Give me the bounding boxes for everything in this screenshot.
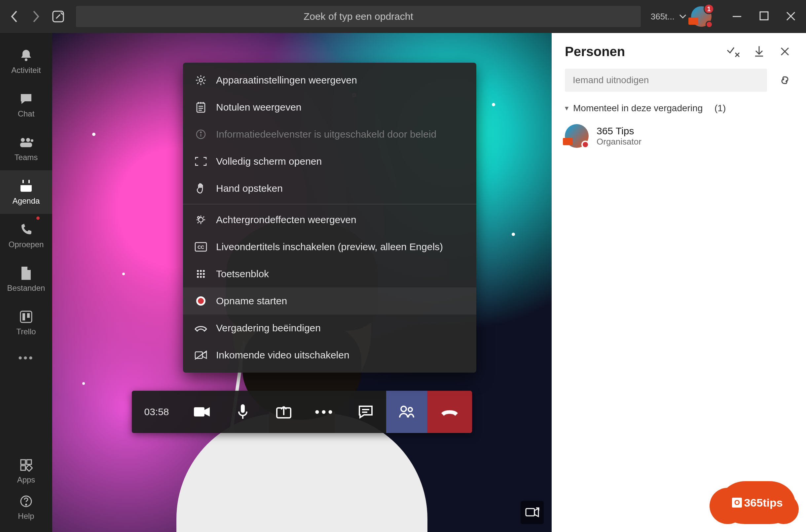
meeting-controls: 03:58 ••• <box>132 391 472 433</box>
rail-calls[interactable]: Oproepen <box>0 214 52 258</box>
svg-point-62 <box>203 276 205 278</box>
rail-chat[interactable]: Chat <box>0 83 52 127</box>
svg-point-55 <box>200 270 202 272</box>
rail-trello[interactable]: Trello <box>0 301 52 345</box>
camera-toggle[interactable] <box>181 391 222 433</box>
svg-rect-20 <box>21 466 25 470</box>
presence-indicator <box>581 140 589 149</box>
svg-point-8 <box>26 138 30 142</box>
download-attendance-button[interactable] <box>751 43 767 59</box>
search-bar[interactable]: Zoek of typ een opdracht <box>76 6 641 27</box>
rail-apps[interactable]: Apps <box>0 453 52 489</box>
menu-device-settings[interactable]: Apparaatinstellingen weergeven <box>183 66 476 94</box>
maximize-button[interactable] <box>759 11 769 22</box>
rail-more[interactable]: ••• <box>0 345 52 371</box>
more-actions-menu: Apparaatinstellingen weergeven Notulen w… <box>183 63 476 373</box>
svg-line-51 <box>203 216 204 217</box>
mute-all-button[interactable] <box>726 43 741 59</box>
apps-icon <box>18 457 34 473</box>
fullscreen-icon <box>194 155 207 168</box>
rail-label: Help <box>18 512 34 521</box>
rail-agenda[interactable]: Agenda <box>0 170 52 214</box>
svg-point-31 <box>408 407 412 412</box>
avatar[interactable]: 1 <box>691 6 712 27</box>
svg-rect-14 <box>29 180 30 183</box>
brand-badge: O365tips <box>719 481 795 524</box>
menu-start-recording[interactable]: Opname starten <box>183 287 476 315</box>
svg-point-23 <box>26 504 27 505</box>
hand-icon <box>194 182 207 195</box>
menu-live-captions[interactable]: CC Liveondertitels inschakelen (preview,… <box>183 233 476 260</box>
svg-point-6 <box>25 58 28 61</box>
rail-activity[interactable]: Activiteit <box>0 40 52 83</box>
svg-rect-10 <box>20 142 32 147</box>
rail-label: Agenda <box>13 196 40 206</box>
svg-rect-25 <box>241 404 245 413</box>
menu-fullscreen[interactable]: Volledig scherm openen <box>183 148 476 175</box>
svg-rect-21 <box>26 465 32 471</box>
brand-text: 365tips <box>744 496 783 509</box>
compose-button[interactable] <box>50 8 66 24</box>
svg-point-9 <box>31 139 33 142</box>
title-bar: Zoek of typ een opdracht 365t... 1 <box>0 0 806 33</box>
popout-video-button[interactable] <box>520 501 544 524</box>
svg-point-57 <box>197 273 199 275</box>
menu-keypad[interactable]: Toetsenblok <box>183 260 476 287</box>
menu-label: Opname starten <box>216 296 287 307</box>
svg-rect-13 <box>22 180 24 183</box>
minimize-button[interactable] <box>731 11 743 22</box>
info-icon <box>194 128 207 141</box>
attendee-avatar <box>565 124 589 148</box>
menu-label: Liveondertitels inschakelen (preview, al… <box>216 241 443 252</box>
forward-button[interactable] <box>32 10 40 23</box>
hangup-button[interactable] <box>427 391 472 433</box>
rail-files[interactable]: Bestanden <box>0 258 52 301</box>
menu-meeting-notes[interactable]: Notulen weergeven <box>183 94 476 121</box>
svg-point-60 <box>197 276 199 278</box>
attendee-row[interactable]: 365 Tips Organisator <box>565 120 793 152</box>
more-actions-button[interactable]: ••• <box>304 391 345 433</box>
svg-rect-32 <box>526 509 534 516</box>
app-rail: Activiteit Chat Teams Agenda Oproepen Be… <box>0 33 52 532</box>
close-button[interactable] <box>786 11 796 22</box>
copy-link-button[interactable] <box>777 72 793 88</box>
menu-bg-effects[interactable]: Achtergrondeffecten weergeven <box>183 206 476 233</box>
menu-label: Toetsenblok <box>216 268 269 280</box>
unread-dot <box>36 216 40 221</box>
rail-help[interactable]: Help <box>0 489 52 526</box>
invite-input[interactable] <box>565 69 767 92</box>
svg-rect-17 <box>27 313 30 318</box>
svg-line-1 <box>56 15 60 18</box>
search-placeholder: Zoek of typ een opdracht <box>304 11 413 22</box>
rail-label: Apps <box>17 475 35 484</box>
share-button[interactable] <box>263 391 304 433</box>
file-icon <box>18 266 34 281</box>
section-count: (1) <box>714 103 726 114</box>
notification-badge: 1 <box>703 4 714 14</box>
mic-toggle[interactable] <box>222 391 263 433</box>
section-label: Momenteel in deze vergadering <box>573 103 702 114</box>
section-in-meeting[interactable]: ▾ Momenteel in deze vergadering (1) <box>565 103 793 114</box>
svg-rect-16 <box>22 313 25 320</box>
close-panel-button[interactable] <box>777 43 793 59</box>
rail-teams[interactable]: Teams <box>0 127 52 170</box>
video-off-icon <box>194 348 207 362</box>
account-label: 365t... <box>651 12 675 22</box>
svg-rect-18 <box>21 460 25 464</box>
svg-rect-19 <box>27 460 31 464</box>
menu-end-meeting[interactable]: Vergadering beëindigen <box>183 315 476 342</box>
account-switcher[interactable]: 365t... 1 <box>651 6 712 27</box>
menu-label: Hand opsteken <box>216 183 283 194</box>
rail-label: Bestanden <box>7 284 45 293</box>
chat-button[interactable] <box>345 391 386 433</box>
menu-raise-hand[interactable]: Hand opsteken <box>183 175 476 202</box>
back-button[interactable] <box>10 10 18 23</box>
bell-icon <box>18 48 34 63</box>
record-icon <box>194 294 207 308</box>
svg-point-56 <box>203 270 205 272</box>
menu-disable-incoming-video[interactable]: Inkomende video uitschakelen <box>183 342 476 369</box>
people-button[interactable] <box>386 391 427 433</box>
rail-label: Activiteit <box>11 66 41 75</box>
attendee-name: 365 Tips <box>597 126 641 137</box>
svg-text:CC: CC <box>198 245 204 250</box>
